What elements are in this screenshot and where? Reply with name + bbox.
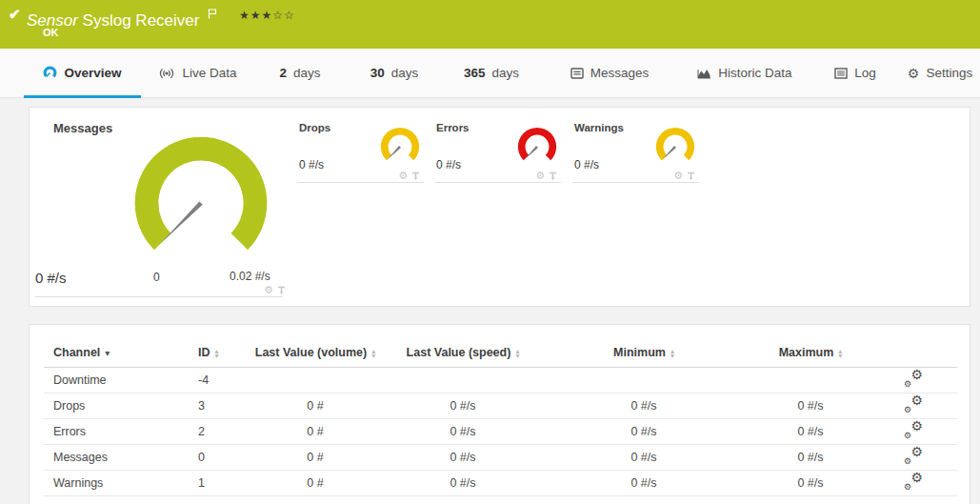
pin-icon[interactable]	[277, 286, 286, 295]
tab-log[interactable]: Log	[821, 49, 890, 97]
cell-last-value-volume: 0 #	[249, 393, 382, 419]
sensor-name: Syslog Receiver	[83, 11, 200, 30]
tab-historic-data[interactable]: Historic Data	[678, 49, 811, 97]
gauge-scale-min: 0	[153, 271, 160, 284]
messages-icon	[570, 68, 584, 79]
column-header-actions	[877, 325, 957, 368]
drops-gauge[interactable]	[378, 126, 422, 170]
table-header-row: Channel▾ ID▴▾ Last Value (volume)▴▾ Last…	[44, 325, 957, 368]
drops-value: 0 #/s	[299, 158, 324, 171]
cell-id: 1	[187, 471, 249, 496]
tab-30-days-number: 30	[370, 66, 385, 80]
gauge-needle	[159, 201, 202, 244]
warnings-gauge-tools: ⚙	[673, 171, 695, 181]
tab-live-data[interactable]: Live Data	[148, 49, 248, 97]
cell-minimum: 0 #/s	[544, 393, 744, 419]
gauge-settings-icon[interactable]: ⚙	[264, 285, 273, 295]
tab-messages-label: Messages	[590, 66, 650, 80]
pin-icon[interactable]	[411, 171, 420, 181]
sort-icon: ▴▾	[670, 349, 674, 358]
tab-overview-label: Overview	[64, 66, 121, 80]
errors-gauge-section: Errors 0 #/s ⚙	[434, 117, 561, 193]
tab-365-days[interactable]: 365 days	[452, 49, 530, 97]
cell-last-value-volume: 0 #	[249, 471, 382, 496]
channels-panel: Channel▾ ID▴▾ Last Value (volume)▴▾ Last…	[29, 324, 970, 504]
cell-last-value-speed: 0 #/s	[382, 471, 544, 496]
tab-30-days[interactable]: 30 days	[360, 49, 429, 97]
column-header-vol-label: Last Value (volume)	[255, 346, 367, 359]
errors-gauge[interactable]	[515, 126, 559, 170]
table-row-messages: Messages 0 0 # 0 #/s 0 #/s 0 #/s ⚙⚙	[44, 445, 957, 471]
divider	[35, 296, 283, 297]
drops-gauge-section: Drops 0 #/s ⚙	[297, 117, 424, 193]
gauge-settings-icon[interactable]: ⚙	[398, 171, 408, 181]
cell-minimum: 0 #/s	[544, 471, 744, 496]
errors-label: Errors	[436, 122, 470, 133]
priority-stars[interactable]: ★★★☆☆	[239, 9, 295, 22]
tab-2-days-number: 2	[279, 66, 287, 80]
cell-id: 0	[187, 445, 249, 471]
tab-log-label: Log	[854, 66, 876, 80]
column-header-last-value-speed[interactable]: Last Value (speed)▴▾	[382, 325, 544, 368]
errors-value: 0 #/s	[436, 158, 461, 171]
log-list-icon	[834, 68, 848, 79]
tab-365-days-label: days	[492, 66, 520, 80]
tab-overview[interactable]: Overview	[24, 49, 141, 97]
tab-settings[interactable]: ⚙ Settings	[903, 49, 977, 97]
primary-gauge-value: 0 #/s	[35, 270, 67, 286]
live-data-icon	[158, 67, 175, 80]
table-row-downtime: Downtime -4 ⚙⚙	[44, 368, 957, 393]
column-header-id[interactable]: ID▴▾	[187, 325, 249, 368]
messages-gauge[interactable]	[129, 132, 273, 277]
warnings-value: 0 #/s	[574, 158, 599, 171]
cell-channel: Drops	[44, 393, 187, 419]
channel-settings-icon[interactable]: ⚙⚙	[904, 422, 923, 438]
cell-channel: Warnings	[44, 471, 187, 496]
divider	[297, 182, 424, 183]
warnings-label: Warnings	[574, 122, 624, 133]
tab-messages[interactable]: Messages	[557, 49, 662, 97]
column-header-minimum[interactable]: Minimum▴▾	[544, 325, 744, 368]
sort-icon: ▴▾	[215, 349, 219, 358]
tab-365-days-number: 365	[464, 66, 486, 80]
tab-historic-data-label: Historic Data	[718, 66, 791, 80]
sort-icon: ▴▾	[838, 349, 842, 358]
warnings-gauge[interactable]	[653, 126, 697, 170]
cell-channel: Downtime	[44, 368, 187, 393]
tab-settings-label: Settings	[926, 66, 972, 80]
cell-channel: Errors	[44, 419, 187, 445]
channel-settings-icon[interactable]: ⚙⚙	[904, 448, 923, 464]
pin-icon[interactable]	[687, 171, 695, 181]
table-row-errors: Errors 2 0 # 0 #/s 0 #/s 0 #/s ⚙⚙	[44, 419, 957, 445]
pin-icon[interactable]	[549, 171, 557, 181]
gear-icon: ⚙	[908, 67, 920, 80]
cell-minimum	[544, 368, 744, 393]
channel-settings-icon[interactable]: ⚙⚙	[904, 474, 923, 490]
sort-icon: ▴▾	[371, 349, 375, 358]
cell-maximum	[744, 368, 877, 393]
cell-last-value-volume	[249, 368, 382, 393]
channel-settings-icon[interactable]: ⚙⚙	[904, 396, 923, 413]
cell-channel: Messages	[44, 445, 187, 471]
cell-minimum: 0 #/s	[544, 445, 744, 471]
column-header-last-value-volume[interactable]: Last Value (volume)▴▾	[249, 325, 382, 368]
flag-icon[interactable]	[208, 5, 217, 24]
tab-bar: Overview Live Data 2 days 30 days 365 da…	[0, 49, 980, 98]
cell-id: 3	[187, 393, 249, 419]
sort-active-icon: ▾	[105, 348, 110, 358]
tab-2-days[interactable]: 2 days	[271, 49, 329, 97]
gauge-settings-icon[interactable]: ⚙	[673, 171, 683, 181]
gauge-settings-icon[interactable]: ⚙	[535, 171, 545, 181]
channel-settings-icon[interactable]: ⚙⚙	[904, 371, 923, 387]
column-header-channel-label: Channel	[53, 346, 100, 359]
drops-label: Drops	[299, 122, 330, 133]
tab-live-data-label: Live Data	[182, 66, 236, 80]
page-title: Sensor Syslog Receiver ★★★☆☆	[27, 5, 295, 30]
status-badge: OK	[43, 27, 59, 38]
column-header-channel[interactable]: Channel▾	[44, 325, 187, 368]
column-header-maximum[interactable]: Maximum▴▾	[744, 325, 877, 368]
tab-2-days-label: days	[293, 66, 321, 80]
cell-last-value-speed: 0 #/s	[382, 419, 544, 445]
column-header-max-label: Maximum	[779, 346, 834, 359]
sensor-status-bar: ✔ Sensor Syslog Receiver ★★★☆☆ OK	[0, 0, 980, 49]
